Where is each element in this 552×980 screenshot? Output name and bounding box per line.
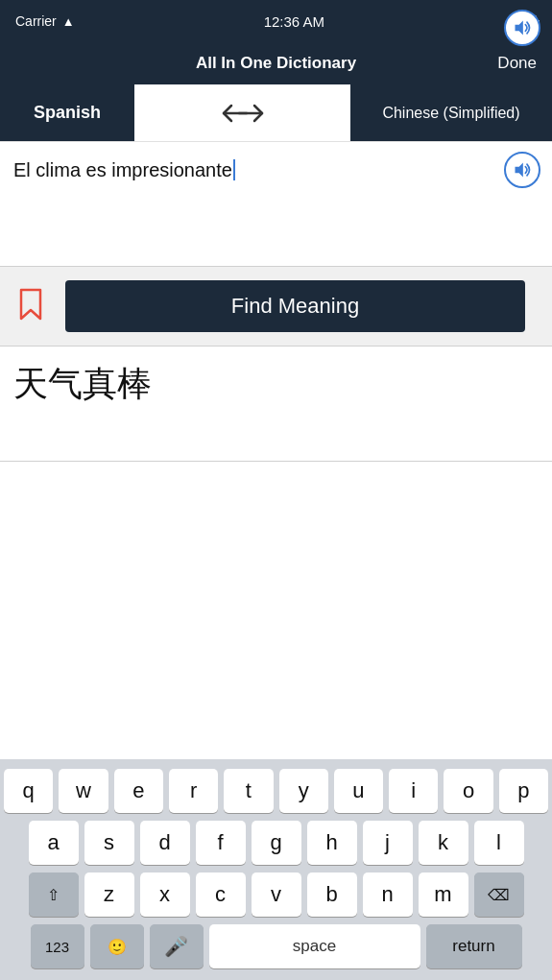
- source-language-button[interactable]: Spanish: [0, 84, 134, 141]
- speaker-top-icon: [513, 160, 532, 179]
- bookmark-icon: [17, 288, 44, 321]
- keyboard-row-2: a s d f g h j k l: [4, 821, 548, 865]
- key-q[interactable]: q: [4, 769, 53, 813]
- text-cursor: [233, 159, 235, 180]
- key-e[interactable]: e: [114, 769, 163, 813]
- key-z[interactable]: z: [84, 872, 134, 917]
- find-meaning-button[interactable]: Find Meaning: [65, 280, 525, 332]
- bookmark-button[interactable]: [12, 282, 50, 330]
- speaker-bottom-icon: [513, 18, 532, 37]
- carrier-label: Carrier: [15, 13, 57, 29]
- key-n[interactable]: n: [363, 872, 413, 917]
- microphone-key[interactable]: 🎤: [150, 924, 204, 968]
- keyboard: q w e r t y u i o p a s d f g h j k l ⇧ …: [0, 759, 552, 980]
- input-text-content: El clima es impresionante: [13, 159, 232, 180]
- numbers-key[interactable]: 123: [31, 924, 84, 968]
- output-text: 天气真棒: [13, 360, 539, 408]
- status-time: 12:36 AM: [264, 13, 324, 30]
- speaker-top-button[interactable]: [504, 152, 540, 188]
- input-section: El clima es impresionante: [0, 142, 552, 267]
- key-v[interactable]: v: [252, 872, 301, 917]
- key-k[interactable]: k: [419, 821, 468, 865]
- key-h[interactable]: h: [307, 821, 357, 865]
- target-language-button[interactable]: Chinese (Simplified): [350, 84, 552, 141]
- speaker-bottom-button[interactable]: [504, 10, 540, 46]
- key-f[interactable]: f: [196, 821, 246, 865]
- key-g[interactable]: g: [252, 821, 301, 865]
- key-i[interactable]: i: [389, 769, 438, 813]
- find-section: Find Meaning: [0, 267, 552, 347]
- input-text[interactable]: El clima es impresionante: [13, 152, 539, 228]
- status-bar: Carrier ▲ 12:36 AM: [0, 0, 552, 42]
- keyboard-row-1: q w e r t y u i o p: [4, 769, 548, 813]
- shift-key[interactable]: ⇧: [29, 872, 79, 917]
- emoji-key[interactable]: 🙂: [90, 924, 144, 968]
- nav-title: All In One Dictionary: [196, 54, 356, 73]
- key-p[interactable]: p: [499, 769, 548, 813]
- status-left: Carrier ▲: [15, 13, 75, 29]
- swap-arrows-icon: [222, 98, 264, 129]
- key-s[interactable]: s: [84, 821, 134, 865]
- key-y[interactable]: y: [279, 769, 328, 813]
- wifi-icon: ▲: [62, 14, 75, 29]
- key-a[interactable]: a: [29, 821, 79, 865]
- key-j[interactable]: j: [363, 821, 413, 865]
- svg-marker-3: [516, 21, 523, 36]
- return-key[interactable]: return: [426, 924, 522, 968]
- keyboard-row-3: ⇧ z x c v b n m ⌫: [4, 872, 548, 917]
- key-l[interactable]: l: [474, 821, 524, 865]
- svg-marker-2: [516, 163, 523, 178]
- key-d[interactable]: d: [140, 821, 190, 865]
- done-button[interactable]: Done: [497, 54, 537, 73]
- key-t[interactable]: t: [224, 769, 273, 813]
- key-c[interactable]: c: [196, 872, 246, 917]
- language-selector-row: Spanish Chinese (Simplified): [0, 84, 552, 142]
- keyboard-row-4: 123 🙂 🎤 space return: [4, 924, 548, 968]
- key-r[interactable]: r: [169, 769, 218, 813]
- key-o[interactable]: o: [444, 769, 492, 813]
- nav-bar: All In One Dictionary Done: [0, 42, 552, 84]
- output-section: 天气真棒: [0, 347, 552, 462]
- key-u[interactable]: u: [334, 769, 383, 813]
- swap-languages-button[interactable]: [212, 98, 274, 129]
- space-key[interactable]: space: [209, 924, 420, 968]
- key-m[interactable]: m: [419, 872, 468, 917]
- key-x[interactable]: x: [140, 872, 190, 917]
- key-w[interactable]: w: [59, 769, 108, 813]
- backspace-key[interactable]: ⌫: [474, 872, 524, 917]
- key-b[interactable]: b: [307, 872, 357, 917]
